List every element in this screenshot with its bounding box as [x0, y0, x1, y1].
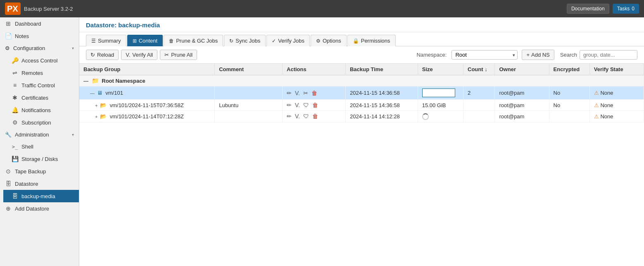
- content-tab-icon: ⊞: [133, 38, 137, 44]
- table-row-vm101[interactable]: — 🖥 vm/101 ✏ V. ✂ 🗑: [79, 86, 644, 100]
- tab-prune-gc[interactable]: 🗑 Prune & GC Jobs: [164, 35, 223, 46]
- add-ns-button[interactable]: + Add NS: [522, 50, 554, 60]
- vm101-size: [418, 86, 463, 100]
- access-control-icon: 🔑: [12, 57, 18, 64]
- vm101-encrypted: No: [549, 86, 589, 100]
- vm101-owner: root@pam: [495, 86, 549, 100]
- tab-options[interactable]: ⚙ Options: [311, 35, 347, 46]
- snap2-loading-spinner: [422, 113, 429, 120]
- configuration-icon: ⚙: [5, 45, 10, 51]
- snap1-shield-icon[interactable]: 🛡: [303, 102, 309, 108]
- sidebar: ⊞ Dashboard 📄 Notes ⚙ Configuration ▾ 🔑 …: [0, 17, 79, 266]
- verify-all-button[interactable]: V. Verify All: [121, 50, 157, 60]
- tab-bar: ☰ Summary ⊞ Content 🗑 Prune & GC Jobs ↻ …: [79, 32, 644, 46]
- table-header-row: Backup Group Comment Actions Backup Time: [79, 64, 644, 75]
- vm101-verify-state-text: None: [600, 90, 613, 96]
- tab-summary[interactable]: ☰ Summary: [86, 35, 126, 46]
- vm101-delete-icon[interactable]: 🗑: [311, 90, 317, 96]
- vm101-toggle[interactable]: —: [90, 91, 95, 96]
- sidebar-item-remotes[interactable]: ⇌ Remotes: [3, 67, 79, 79]
- vm101-verify-icon[interactable]: V.: [295, 90, 300, 96]
- snap1-actions: ✏ V. 🛡 🗑: [283, 100, 346, 111]
- sidebar-label-remotes: Remotes: [21, 70, 43, 76]
- snap2-expand-icon[interactable]: +: [95, 114, 97, 119]
- col-comment: Comment: [215, 64, 283, 75]
- snap2-shield-icon[interactable]: 🛡: [303, 113, 309, 120]
- verify-tab-icon: ✓: [272, 38, 276, 44]
- reload-button[interactable]: ↻ Reload: [86, 50, 119, 60]
- col-encrypted: Encrypted: [549, 64, 589, 75]
- tab-verify-jobs[interactable]: ✓ Verify Jobs: [266, 35, 310, 46]
- add-ns-icon: +: [526, 52, 530, 58]
- snap2-delete-icon[interactable]: 🗑: [312, 113, 318, 120]
- vm101-prune-icon[interactable]: ✂: [303, 90, 308, 96]
- sidebar-item-datastore[interactable]: 🗄 Datastore: [0, 177, 79, 190]
- tab-sync-label: Sync Jobs: [235, 38, 260, 44]
- vm101-group-cell: — 🖥 vm/101: [79, 86, 215, 100]
- administration-icon: 🔧: [5, 132, 12, 138]
- col-verify-state: Verify State: [589, 64, 644, 75]
- table-row-vm101-snap1[interactable]: + 📂 vm/101/2024-11-15T07:36:58Z Lubuntu …: [79, 100, 644, 111]
- namespace-label: Namespace:: [416, 52, 447, 58]
- sidebar-item-shell[interactable]: >_ Shell: [3, 141, 79, 153]
- sidebar-item-certificates[interactable]: ✱ Certificates: [3, 91, 79, 104]
- namespace-folder-icon: 📁: [92, 77, 99, 84]
- add-datastore-icon: ⊕: [5, 205, 12, 212]
- vm101-edit-icon[interactable]: ✏: [287, 90, 292, 96]
- sidebar-label-notes: Notes: [15, 33, 29, 39]
- documentation-button[interactable]: Documentation: [567, 4, 609, 14]
- snap1-edit-icon[interactable]: ✏: [287, 102, 292, 108]
- namespace-select[interactable]: Root: [452, 50, 518, 60]
- sidebar-item-notes[interactable]: 📄 Notes: [0, 30, 79, 42]
- sidebar-item-administration[interactable]: 🔧 Administration ▾: [0, 129, 79, 141]
- snap1-delete-icon[interactable]: 🗑: [312, 102, 318, 108]
- topbar-actions: Documentation Tasks 0: [567, 4, 639, 14]
- sidebar-item-tape-backup[interactable]: ⊙ Tape Backup: [0, 165, 79, 177]
- sidebar-administration-sub: >_ Shell 💾 Storage / Disks: [0, 141, 79, 165]
- sidebar-item-traffic-control[interactable]: ≡ Traffic Control: [3, 79, 79, 91]
- snap2-verify-icon[interactable]: V.: [295, 113, 300, 120]
- vm101-count: 2: [463, 86, 495, 100]
- snap1-expand-icon[interactable]: +: [95, 103, 97, 108]
- sidebar-item-configuration[interactable]: ⚙ Configuration ▾: [0, 42, 79, 54]
- tasks-button[interactable]: Tasks 0: [613, 4, 639, 14]
- snap2-size: [418, 111, 463, 122]
- col-backup-group: Backup Group: [79, 64, 215, 75]
- prune-all-icon: ✂: [164, 52, 169, 58]
- sidebar-item-storage-disks[interactable]: 💾 Storage / Disks: [3, 153, 79, 165]
- traffic-control-icon: ≡: [12, 82, 18, 89]
- search-input[interactable]: [580, 50, 637, 60]
- reload-label: Reload: [97, 52, 114, 58]
- dashboard-icon: ⊞: [5, 20, 12, 27]
- snap1-verify-icon[interactable]: V.: [295, 102, 300, 108]
- snap2-verify-state: ⚠ None: [589, 111, 644, 122]
- table-row-vm101-snap2[interactable]: + 📂 vm/101/2024-11-14T07:12:28Z ✏ V. 🛡 🗑: [79, 111, 644, 122]
- prune-all-button[interactable]: ✂ Prune All: [160, 50, 197, 60]
- tab-permissions[interactable]: 🔒 Permissions: [347, 35, 396, 46]
- snap1-verify-state: ⚠ None: [589, 100, 644, 111]
- snap2-group: vm/101/2024-11-14T07:12:28Z: [110, 113, 184, 120]
- sidebar-item-add-datastore[interactable]: ⊕ Add Datastore: [0, 202, 79, 215]
- vm101-verify-warning-icon: ⚠: [594, 90, 599, 96]
- sidebar-item-notifications[interactable]: 🔔 Notifications: [3, 104, 79, 116]
- main-layout: ⊞ Dashboard 📄 Notes ⚙ Configuration ▾ 🔑 …: [0, 17, 644, 266]
- snap2-edit-icon[interactable]: ✏: [287, 113, 292, 120]
- verify-all-icon: V.: [126, 52, 130, 58]
- tab-content[interactable]: ⊞ Content: [127, 35, 163, 46]
- summary-tab-icon: ☰: [91, 38, 96, 44]
- namespace-collapse-icon[interactable]: —: [83, 78, 88, 84]
- prune-all-label: Prune All: [171, 52, 192, 58]
- sidebar-item-dashboard[interactable]: ⊞ Dashboard: [0, 17, 79, 30]
- vm101-size-input[interactable]: [422, 89, 455, 97]
- vm101-comment: [215, 86, 283, 100]
- snap1-verify-state-text: None: [600, 102, 613, 108]
- tab-sync-jobs[interactable]: ↻ Sync Jobs: [224, 35, 266, 46]
- configuration-arrow-icon: ▾: [72, 46, 74, 50]
- toolbar: ↻ Reload V. Verify All ✂ Prune All Names…: [79, 46, 644, 64]
- reload-icon: ↻: [90, 52, 95, 58]
- sidebar-item-subscription[interactable]: ⚙ Subscription: [3, 116, 79, 129]
- sidebar-item-access-control[interactable]: 🔑 Access Control: [3, 54, 79, 67]
- sidebar-item-backup-media[interactable]: 🗄 backup-media: [3, 190, 79, 202]
- snap2-comment: [215, 111, 283, 122]
- snap2-verify-warning-icon: ⚠: [594, 113, 599, 120]
